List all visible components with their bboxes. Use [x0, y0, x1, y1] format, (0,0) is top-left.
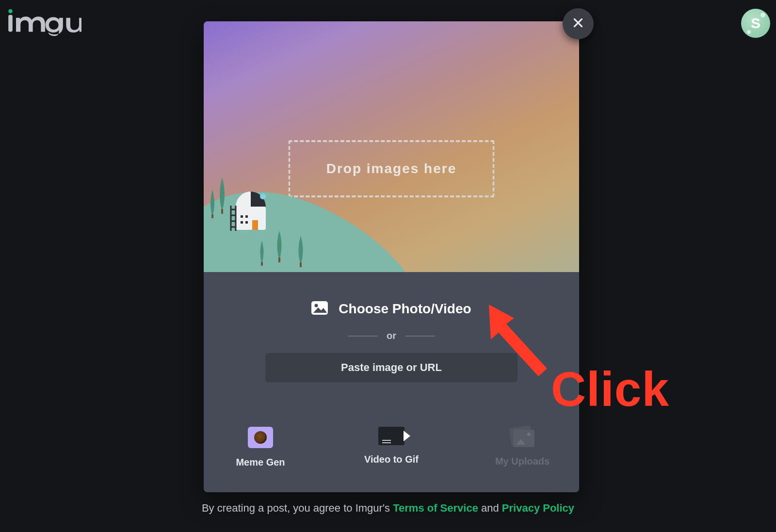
hero-illustration: [204, 148, 407, 272]
close-icon: [572, 16, 584, 31]
meme-icon: [248, 427, 273, 448]
video-to-gif-button[interactable]: Video to Gif: [360, 427, 423, 468]
hero-area: Drop images here: [204, 21, 579, 272]
choose-file-label: Choose Photo/Video: [339, 301, 471, 317]
footer-and: and: [481, 502, 502, 514]
privacy-link[interactable]: Privacy Policy: [502, 502, 574, 514]
imgur-logo[interactable]: [5, 7, 81, 39]
svg-point-21: [315, 304, 318, 307]
or-label: or: [387, 330, 396, 341]
avatar-initial: S: [751, 15, 760, 32]
svg-rect-1: [8, 15, 13, 32]
svg-point-0: [8, 9, 13, 14]
svg-rect-13: [245, 215, 248, 218]
svg-rect-6: [261, 262, 263, 266]
close-button[interactable]: [563, 8, 594, 39]
user-avatar[interactable]: S: [741, 9, 770, 38]
meme-gen-label: Meme Gen: [236, 457, 285, 468]
my-uploads-button[interactable]: My Uploads: [491, 427, 554, 468]
footer-prefix: By creating a post, you agree to Imgur's: [202, 502, 393, 514]
svg-rect-11: [245, 221, 248, 224]
svg-point-8: [260, 193, 266, 199]
upload-modal: Drop images here: [204, 21, 579, 492]
video-to-gif-label: Video to Gif: [364, 454, 419, 465]
image-icon: [311, 301, 328, 317]
paste-url-input[interactable]: [265, 353, 517, 382]
choose-file-button[interactable]: Choose Photo/Video: [311, 301, 471, 317]
svg-rect-9: [252, 220, 258, 230]
my-uploads-label: My Uploads: [495, 456, 550, 467]
gallery-icon: [510, 427, 534, 447]
svg-rect-10: [241, 221, 243, 224]
footer-legal: By creating a post, you agree to Imgur's…: [202, 502, 574, 515]
svg-rect-12: [241, 215, 243, 218]
svg-rect-4: [278, 258, 280, 262]
svg-rect-2: [221, 209, 223, 214]
terms-link[interactable]: Terms of Service: [393, 502, 478, 514]
svg-rect-5: [300, 262, 302, 267]
svg-rect-3: [211, 214, 213, 218]
or-divider: or: [228, 330, 555, 341]
meme-gen-button[interactable]: Meme Gen: [229, 427, 292, 468]
svg-rect-7: [236, 207, 266, 230]
video-icon: [378, 427, 404, 445]
